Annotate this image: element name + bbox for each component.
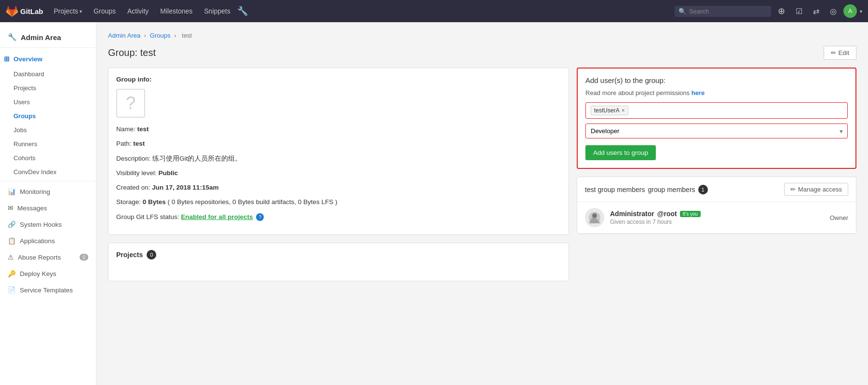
groups-link[interactable]: Groups [89, 4, 121, 18]
sidebar-item-groups[interactable]: Groups [0, 109, 96, 123]
projects-label: Projects [54, 7, 79, 15]
wrench-sidebar-icon: 🔧 [8, 33, 17, 41]
messages-icon: ✉ [8, 204, 14, 212]
search-input[interactable] [689, 8, 767, 15]
member-username: @root [657, 210, 677, 218]
group-created-row: Created on: Jun 17, 2018 11:15am [116, 183, 561, 192]
sidebar-item-dashboard[interactable]: Dashboard [0, 67, 96, 81]
merge-request-icon[interactable]: ⇄ [809, 4, 823, 18]
user-token-name: testUserA [594, 107, 620, 114]
overview-grid-icon: ⊞ [4, 55, 10, 63]
deploy-keys-label: Deploy Keys [20, 270, 56, 277]
breadcrumb: Admin Area › Groups › test [108, 32, 856, 39]
user-token-input-field[interactable]: testUserA × [585, 102, 848, 119]
main-content: Admin Area › Groups › test Group: test ✏… [96, 22, 868, 385]
admin-area-label: Admin Area [21, 33, 61, 41]
page-title: Group: test [108, 47, 156, 58]
service-templates-icon: 📄 [8, 286, 16, 294]
applications-label: Applications [20, 237, 55, 245]
group-name-row: Name: test [116, 124, 561, 134]
user-token-chip: testUserA × [591, 106, 628, 115]
sidebar-item-runners[interactable]: Runners [0, 137, 96, 151]
activity-link[interactable]: Activity [122, 4, 153, 18]
wrench-icon[interactable]: 🔧 [237, 6, 248, 16]
lfs-help-icon[interactable]: ? [256, 213, 264, 221]
user-avatar[interactable]: A [843, 4, 857, 18]
sidebar-item-convdev[interactable]: ConvDev Index [0, 165, 96, 179]
role-select-wrapper: Developer Guest Reporter Master Owner [585, 124, 848, 138]
sidebar-item-system-hooks[interactable]: 🔗 System Hooks [0, 216, 96, 233]
search-icon: 🔍 [678, 8, 686, 15]
add-users-button[interactable]: Add users to group [585, 145, 656, 160]
group-path-row: Path: test [116, 139, 561, 149]
breadcrumb-groups-link[interactable]: Groups [150, 32, 171, 39]
edit-button[interactable]: ✏ Edit [824, 46, 856, 60]
group-info-card: Group info: ? Name: test Path: test [108, 68, 569, 235]
abuse-reports-icon: ⚠ [8, 253, 14, 261]
group-lfs-row: Group Git LFS status: Enabled for all pr… [116, 212, 561, 222]
monitoring-icon: 📊 [8, 188, 16, 195]
add-users-card: Add user(s) to the group: Read more abou… [577, 68, 856, 169]
sidebar-item-messages[interactable]: ✉ Messages [0, 200, 96, 216]
two-col-layout: Group info: ? Name: test Path: test [108, 68, 856, 289]
abuse-reports-label: Abuse Reports [18, 254, 61, 261]
sidebar-item-monitoring[interactable]: 📊 Monitoring [0, 183, 96, 200]
breadcrumb-current: test [182, 32, 192, 39]
breadcrumb-admin-link[interactable]: Admin Area [108, 32, 140, 39]
group-storage-row: Storage: 0 Bytes ( 0 Bytes repositories,… [116, 197, 561, 207]
permissions-text-prefix: Read more about project permissions [585, 89, 690, 96]
sidebar-item-jobs[interactable]: Jobs [0, 123, 96, 137]
top-nav-right: 🔍 ⊕ ☑ ⇄ ◎ A ▾ [675, 3, 862, 19]
sidebar-item-deploy-keys[interactable]: 🔑 Deploy Keys [0, 265, 96, 282]
applications-icon: 📋 [8, 237, 16, 245]
group-visibility-value: Public [159, 169, 178, 177]
service-templates-label: Service Templates [20, 287, 73, 294]
group-path-label: Path: [116, 140, 132, 147]
app-body: 🔧 Admin Area ⊞ Overview Dashboard Projec… [0, 22, 868, 385]
gitlab-logo[interactable]: GitLab [6, 5, 43, 17]
member-name: Administrator @root It's you [610, 210, 830, 218]
manage-access-button[interactable]: ✏ Manage access [784, 183, 848, 196]
snippets-link[interactable]: Snippets [199, 4, 235, 18]
sidebar-item-applications[interactable]: 📋 Applications [0, 233, 96, 249]
members-title-suffix: group members [648, 186, 695, 193]
sidebar-item-service-templates[interactable]: 📄 Service Templates [0, 282, 96, 298]
projects-menu[interactable]: Projects ▾ [49, 4, 87, 18]
members-count-badge: 1 [698, 185, 708, 194]
permissions-text: Read more about project permissions here [585, 89, 848, 96]
sidebar-item-abuse-reports[interactable]: ⚠ Abuse Reports 0 [0, 249, 96, 265]
breadcrumb-sep2: › [174, 32, 176, 39]
edit-label: Edit [839, 49, 849, 56]
issues-icon[interactable]: ◎ [826, 4, 841, 18]
avatar-chevron-icon: ▾ [860, 9, 862, 14]
group-visibility-row: Visibility level: Public [116, 168, 561, 178]
system-hooks-icon: 🔗 [8, 220, 16, 228]
group-lfs-value[interactable]: Enabled for all projects [181, 213, 253, 220]
right-column: Add user(s) to the group: Read more abou… [577, 68, 856, 234]
group-storage-label: Storage: [116, 198, 141, 206]
sidebar-item-users[interactable]: Users [0, 95, 96, 109]
members-card-header: test group members group members 1 ✏ Man… [577, 177, 856, 202]
milestones-link[interactable]: Milestones [155, 4, 197, 18]
group-storage-detail: ( 0 Bytes repositories, 0 Bytes build ar… [168, 198, 338, 206]
search-box[interactable]: 🔍 [675, 6, 771, 17]
sidebar: 🔧 Admin Area ⊞ Overview Dashboard Projec… [0, 22, 96, 385]
member-row: Administrator @root It's you Given acces… [577, 202, 856, 234]
group-avatar: ? [116, 89, 145, 118]
messages-label: Messages [17, 205, 47, 212]
system-hooks-label: System Hooks [20, 221, 62, 228]
breadcrumb-sep1: › [144, 32, 146, 39]
manage-access-label: Manage access [798, 186, 842, 193]
group-info-body: Group info: ? Name: test Path: test [108, 68, 569, 234]
user-token-remove-icon[interactable]: × [622, 107, 625, 114]
permissions-link[interactable]: here [692, 89, 705, 96]
its-you-badge: It's you [680, 211, 701, 217]
sidebar-item-projects[interactable]: Projects [0, 81, 96, 95]
plus-icon[interactable]: ⊕ [774, 3, 789, 19]
sidebar-item-cohorts[interactable]: Cohorts [0, 151, 96, 165]
role-select[interactable]: Developer Guest Reporter Master Owner [585, 124, 848, 138]
todo-icon[interactable]: ☑ [792, 4, 806, 18]
group-lfs-label: Group Git LFS status: [116, 213, 179, 220]
left-column: Group info: ? Name: test Path: test [108, 68, 569, 289]
sidebar-overview-group[interactable]: ⊞ Overview [0, 51, 96, 67]
